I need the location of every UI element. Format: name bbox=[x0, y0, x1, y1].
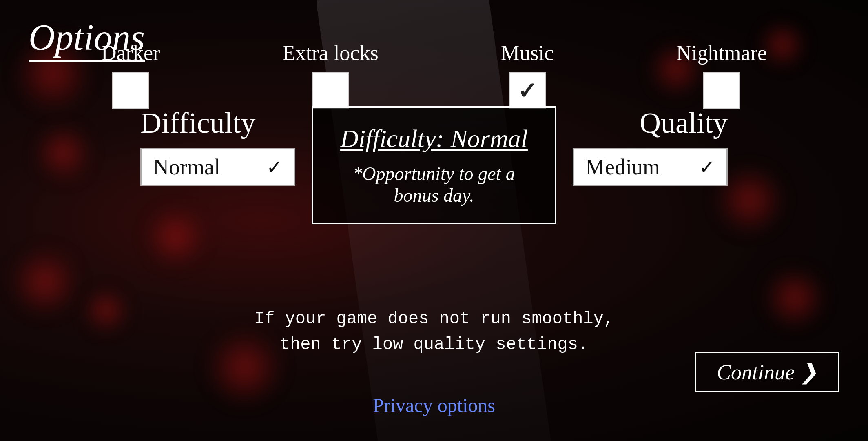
music-checkbox[interactable]: ✓ bbox=[509, 72, 546, 109]
perf-hint-line1: If your game does not run smoothly, bbox=[254, 306, 614, 332]
extra-locks-checkbox-group: Extra locks bbox=[282, 41, 378, 109]
difficulty-box-description: *Opportunity to get a bonus day. bbox=[334, 163, 534, 206]
nightmare-checkbox[interactable] bbox=[703, 72, 740, 109]
darker-label: Darker bbox=[101, 41, 160, 65]
difficulty-value: Normal bbox=[153, 154, 220, 180]
continue-button[interactable]: Continue ❯ bbox=[695, 352, 839, 392]
extra-locks-checkbox[interactable] bbox=[312, 72, 349, 109]
nightmare-label: Nightmare bbox=[676, 41, 767, 65]
checkboxes-row: Darker Extra locks Music ✓ Nightmare bbox=[0, 41, 868, 109]
quality-arrow-icon: ✓ bbox=[699, 156, 715, 178]
privacy-options-link[interactable]: Privacy options bbox=[373, 394, 495, 416]
difficulty-dropdown[interactable]: Normal ✓ bbox=[140, 148, 295, 186]
quality-section-title: Quality bbox=[640, 106, 728, 140]
difficulty-arrow-icon: ✓ bbox=[266, 156, 283, 178]
perf-hint-line2: then try low quality settings. bbox=[254, 332, 614, 358]
nightmare-checkbox-group: Nightmare bbox=[676, 41, 767, 109]
darker-checkbox-group: Darker bbox=[101, 41, 160, 109]
page-content: Options Darker Extra locks Music ✓ Night… bbox=[0, 0, 868, 441]
continue-label: Continue ❯ bbox=[717, 361, 818, 384]
privacy-options-label: Privacy options bbox=[373, 394, 495, 416]
difficulty-info-box: Difficulty: Normal *Opportunity to get a… bbox=[312, 106, 556, 224]
music-checkbox-group: Music ✓ bbox=[501, 41, 554, 109]
music-label: Music bbox=[501, 41, 554, 65]
performance-hint: If your game does not run smoothly, then… bbox=[254, 306, 614, 358]
quality-section: Quality Medium ✓ bbox=[560, 106, 756, 186]
center-box-area: Difficulty: Normal *Opportunity to get a… bbox=[308, 106, 560, 224]
difficulty-section-title: Difficulty bbox=[140, 106, 256, 140]
darker-checkbox[interactable] bbox=[112, 72, 149, 109]
quality-dropdown[interactable]: Medium ✓ bbox=[573, 148, 728, 186]
difficulty-box-title: Difficulty: Normal bbox=[334, 124, 534, 153]
quality-value: Medium bbox=[585, 154, 660, 180]
main-area: Difficulty Normal ✓ Difficulty: Normal *… bbox=[0, 106, 868, 224]
extra-locks-label: Extra locks bbox=[282, 41, 378, 65]
difficulty-section: Difficulty Normal ✓ bbox=[112, 106, 308, 186]
music-check-icon: ✓ bbox=[518, 78, 537, 104]
